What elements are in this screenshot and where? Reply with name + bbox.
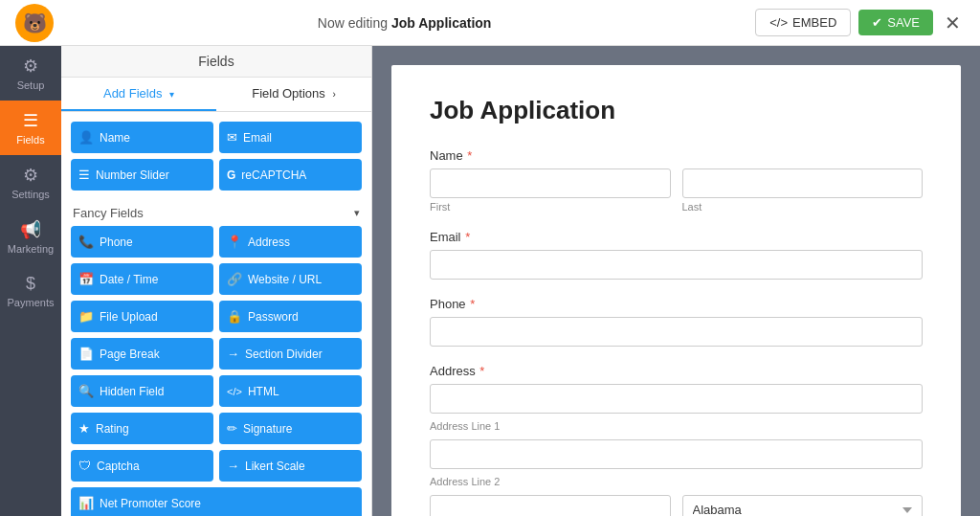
field-btn-phone[interactable]: 📞 Phone <box>71 226 213 258</box>
signature-label: Signature <box>243 422 292 436</box>
field-btn-number-slider[interactable]: ☰ Number Slider <box>71 159 213 191</box>
save-button[interactable]: ✔ SAVE <box>858 10 933 35</box>
field-btn-rating[interactable]: ★ Rating <box>71 413 213 444</box>
datetime-label: Date / Time <box>100 273 158 286</box>
address-line1-input[interactable] <box>430 384 923 414</box>
address-line2-input[interactable] <box>430 439 923 469</box>
phone-label-text: Phone <box>430 297 466 311</box>
fields-panel-header: Fields <box>61 46 371 78</box>
fancy-fields-section[interactable]: Fancy Fields ▾ <box>71 198 362 226</box>
address-line1-sub: Address Line 1 <box>430 420 923 432</box>
email-field-group-label: Email * <box>430 230 923 244</box>
top-bar-actions: </> EMBED ✔ SAVE ✕ <box>755 9 965 36</box>
city-input[interactable] <box>430 495 671 516</box>
number-slider-label: Number Slider <box>96 168 169 182</box>
fields-header-label: Fields <box>198 54 234 69</box>
field-btn-likert-scale[interactable]: → Likert Scale <box>219 450 362 482</box>
fields-panel-body: 👤 Name ✉ Email ☰ Number Slider G reCAPTC… <box>61 112 371 516</box>
email-input[interactable] <box>430 250 923 280</box>
form-preview: Job Application Name * First Last <box>391 65 961 516</box>
form-group-email: Email * <box>430 230 923 280</box>
field-btn-signature[interactable]: ✏ Signature <box>219 413 362 444</box>
fancy-section-caret: ▾ <box>354 207 360 219</box>
embed-button[interactable]: </> EMBED <box>755 9 851 36</box>
address-field-label: Address * <box>430 364 923 378</box>
tab-options-label: Field Options <box>252 86 325 101</box>
state-group: Alabama Alaska Arizona <box>682 495 924 516</box>
sidebar-item-fields[interactable]: ☰ Fields <box>0 101 61 155</box>
field-btn-email[interactable]: ✉ Email <box>219 122 362 153</box>
name-required: * <box>467 148 472 163</box>
setup-icon: ⚙ <box>23 56 38 77</box>
password-label: Password <box>248 310 299 324</box>
phone-field-label: Phone * <box>430 297 923 311</box>
name-row: First Last <box>430 168 923 213</box>
field-btn-html[interactable]: </> HTML <box>219 375 362 407</box>
city-group <box>430 495 671 516</box>
main-layout: ⚙ Setup ☰ Fields ⚙ Settings 📢 Marketing … <box>0 46 980 516</box>
page-break-label: Page Break <box>100 348 160 361</box>
payments-icon: $ <box>26 274 35 294</box>
field-btn-recaptcha[interactable]: G reCAPTCHA <box>219 159 362 191</box>
form-name: Job Application <box>391 15 491 31</box>
file-upload-label: File Upload <box>100 310 158 324</box>
sidebar-label-setup: Setup <box>17 79 45 91</box>
save-label: SAVE <box>887 15 920 30</box>
city-state-row: Alabama Alaska Arizona <box>430 495 923 516</box>
field-btn-page-break[interactable]: 📄 Page Break <box>71 338 213 370</box>
html-icon: </> <box>227 386 242 397</box>
field-btn-date-time[interactable]: 📅 Date / Time <box>71 263 213 295</box>
number-slider-icon: ☰ <box>78 168 90 182</box>
last-name-group: Last <box>682 168 924 213</box>
recaptcha-label: reCAPTCHA <box>241 168 306 182</box>
field-btn-section-divider[interactable]: → Section Divider <box>219 338 362 370</box>
phone-input[interactable] <box>430 317 923 347</box>
website-label: Website / URL <box>248 273 322 286</box>
field-btn-name[interactable]: 👤 Name <box>71 122 213 153</box>
field-btn-password[interactable]: 🔒 Password <box>219 301 362 332</box>
sidebar-item-settings[interactable]: ⚙ Settings <box>0 155 61 210</box>
last-name-input[interactable] <box>682 168 924 198</box>
editing-label: Now editing <box>318 15 388 31</box>
form-title: Job Application <box>430 96 923 125</box>
main-content: Job Application Name * First Last <box>372 46 980 516</box>
section-divider-icon: → <box>227 347 239 361</box>
field-btn-net-promoter[interactable]: 📊 Net Promoter Score <box>71 487 362 516</box>
tab-field-options[interactable]: Field Options › <box>216 78 371 111</box>
field-btn-website[interactable]: 🔗 Website / URL <box>219 263 362 295</box>
fields-panel: Fields Add Fields ▾ Field Options › 👤 Na… <box>61 46 372 516</box>
sidebar-label-payments: Payments <box>8 297 55 308</box>
tab-add-fields[interactable]: Add Fields ▾ <box>61 78 216 111</box>
rating-icon: ★ <box>78 421 90 436</box>
icon-sidebar: ⚙ Setup ☰ Fields ⚙ Settings 📢 Marketing … <box>0 46 61 516</box>
phone-label: Phone <box>100 236 133 249</box>
address-label: Address <box>248 236 290 249</box>
datetime-icon: 📅 <box>78 272 94 286</box>
field-btn-captcha[interactable]: 🛡 Captcha <box>71 450 213 482</box>
top-bar: 🐻 Now editing Job Application </> EMBED … <box>0 0 980 46</box>
standard-field-grid: 👤 Name ✉ Email ☰ Number Slider G reCAPTC… <box>71 122 362 191</box>
field-btn-address[interactable]: 📍 Address <box>219 226 362 258</box>
name-label-text: Name <box>430 148 463 163</box>
sidebar-item-setup[interactable]: ⚙ Setup <box>0 46 61 101</box>
hidden-field-icon: 🔍 <box>78 384 94 398</box>
state-select[interactable]: Alabama Alaska Arizona <box>682 495 924 516</box>
sidebar-item-payments[interactable]: $ Payments <box>0 264 61 318</box>
address-line2-sub: Address Line 2 <box>430 476 923 487</box>
likert-icon: → <box>227 459 239 473</box>
app-logo: 🐻 <box>15 4 54 42</box>
code-icon: </> <box>769 15 788 30</box>
field-btn-hidden-field[interactable]: 🔍 Hidden Field <box>71 375 213 407</box>
hidden-field-label: Hidden Field <box>100 385 164 398</box>
close-button[interactable]: ✕ <box>941 11 965 34</box>
field-btn-file-upload[interactable]: 📁 File Upload <box>71 301 213 332</box>
fancy-section-label: Fancy Fields <box>73 206 144 220</box>
embed-label: EMBED <box>792 15 836 30</box>
marketing-icon: 📢 <box>20 219 41 240</box>
first-name-input[interactable] <box>430 168 671 198</box>
signature-icon: ✏ <box>227 421 237 436</box>
phone-icon: 📞 <box>78 235 94 249</box>
sidebar-item-marketing[interactable]: 📢 Marketing <box>0 210 61 264</box>
fields-panel-tabs: Add Fields ▾ Field Options › <box>61 78 371 112</box>
email-field-label: Email <box>243 131 272 145</box>
